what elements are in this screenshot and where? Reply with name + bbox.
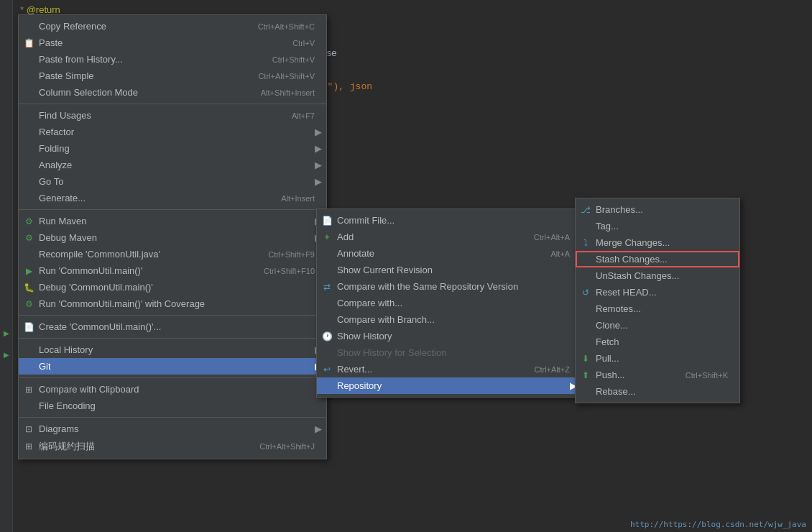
paste-simple-shortcut: Ctrl+Alt+Shift+V <box>244 72 315 81</box>
compare-same-repo-item[interactable]: ⇄ Compare with the Same Repository Versi… <box>317 278 581 295</box>
commit-file-item[interactable]: 📄 Commit File... <box>317 212 581 229</box>
column-selection-label: Column Selection Mode <box>39 87 138 98</box>
column-selection-item[interactable]: Column Selection Mode Alt+Shift+Insert <box>19 84 326 101</box>
separator-4 <box>19 338 326 339</box>
rebase-item[interactable]: Rebase... <box>576 383 739 400</box>
git-item[interactable]: Git ▶ <box>19 358 326 375</box>
gutter-mark-2: ▶ <box>1 329 11 337</box>
run-coverage-item[interactable]: ⚙ Run 'CommonUtil.main()' with Coverage <box>19 295 326 312</box>
code-rules-item[interactable]: ⊞ 编码规约扫描 Ctrl+Alt+Shift+J <box>19 437 326 456</box>
annotate-item[interactable]: Annotate Alt+A <box>317 245 581 262</box>
push-icon: ⬆ <box>580 370 591 381</box>
show-history-item[interactable]: 🕐 Show History <box>317 328 581 344</box>
find-usages-label: Find Usages <box>39 110 91 121</box>
stash-changes-label: Stash Changes... <box>596 254 668 265</box>
run-coverage-label: Run 'CommonUtil.main()' with Coverage <box>39 298 205 309</box>
recompile-item[interactable]: Recompile 'CommonUtil.java' Ctrl+Shift+F… <box>19 246 326 262</box>
compare-clipboard-icon: ⊞ <box>23 384 34 395</box>
separator-2 <box>19 209 326 210</box>
refactor-item[interactable]: Refactor ▶ <box>19 124 326 140</box>
unstash-changes-item[interactable]: UnStash Changes... <box>576 267 739 284</box>
branches-item[interactable]: ⎇ Branches... <box>576 201 739 218</box>
add-icon: + <box>321 231 333 243</box>
goto-item[interactable]: Go To ▶ <box>19 173 326 190</box>
run-item[interactable]: ▶ Run 'CommonUtil.main()' Ctrl+Shift+F10 <box>19 262 326 279</box>
paste-item[interactable]: 📋 Paste Ctrl+V <box>19 35 326 51</box>
push-label: Push... <box>596 370 624 380</box>
debug-maven-item[interactable]: ⚙ Debug Maven ▶ <box>19 229 326 246</box>
pull-icon: ⬇ <box>580 353 591 364</box>
run-label: Run 'CommonUtil.main()' <box>39 265 142 276</box>
paste-icon: 📋 <box>23 37 34 49</box>
tag-label: Tag... <box>596 221 619 231</box>
code-rules-label: 编码规约扫描 <box>39 440 95 453</box>
file-encoding-item[interactable]: File Encoding <box>19 398 326 414</box>
repository-label: Repository <box>337 380 382 391</box>
copy-reference-label: Copy Reference <box>39 21 106 32</box>
revert-label: Revert... <box>337 364 372 375</box>
git-label: Git <box>39 361 51 372</box>
paste-history-shortcut: Ctrl+Shift+V <box>258 55 315 64</box>
primary-context-menu: Copy Reference Ctrl+Alt+Shift+C 📋 Paste … <box>18 14 327 459</box>
revert-shortcut: Ctrl+Alt+Z <box>520 365 570 374</box>
separator-5 <box>19 377 326 378</box>
rebase-label: Rebase... <box>596 386 636 397</box>
clone-item[interactable]: Clone... <box>576 317 739 334</box>
paste-history-label: Paste from History... <box>39 54 123 65</box>
goto-arrow: ▶ <box>315 176 322 187</box>
paste-history-item[interactable]: Paste from History... Ctrl+Shift+V <box>19 51 326 68</box>
compare-branch-label: Compare with Branch... <box>337 314 435 325</box>
add-shortcut: Ctrl+Alt+A <box>520 233 570 242</box>
reset-head-label: Reset HEAD... <box>596 287 657 298</box>
clone-label: Clone... <box>596 320 628 331</box>
show-current-revision-item[interactable]: Show Current Revision <box>317 262 581 278</box>
debug-label: Debug 'CommonUtil.main()' <box>39 282 153 293</box>
analyze-label: Analyze <box>39 160 72 170</box>
gutter-mark-git: ▶ <box>1 351 11 359</box>
compare-clipboard-item[interactable]: ⊞ Compare with Clipboard <box>19 381 326 398</box>
show-history-selection-label: Show History for Selection <box>337 347 446 358</box>
compare-with-item[interactable]: Compare with... <box>317 295 581 311</box>
diagrams-icon: ⊡ <box>23 423 34 435</box>
merge-changes-item[interactable]: ⤵ Merge Changes... <box>576 234 739 251</box>
revert-item[interactable]: ↩ Revert... Ctrl+Alt+Z <box>317 361 581 377</box>
local-history-item[interactable]: Local History ▶ <box>19 341 326 358</box>
show-history-icon: 🕐 <box>321 331 333 342</box>
run-coverage-icon: ⚙ <box>23 298 34 310</box>
debug-icon: 🐛 <box>23 282 34 293</box>
folding-item[interactable]: Folding ▶ <box>19 140 326 157</box>
compare-branch-item[interactable]: Compare with Branch... <box>317 311 581 328</box>
diagrams-item[interactable]: ⊡ Diagrams ▶ <box>19 421 326 437</box>
paste-simple-item[interactable]: Paste Simple Ctrl+Alt+Shift+V <box>19 68 326 84</box>
pull-item[interactable]: ⬇ Pull... <box>576 350 739 367</box>
find-usages-item[interactable]: Find Usages Alt+F7 <box>19 107 326 124</box>
create-item[interactable]: 📄 Create 'CommonUtil.main()'... <box>19 318 326 335</box>
paste-shortcut: Ctrl+V <box>278 39 315 47</box>
repository-item[interactable]: Repository ▶ <box>317 377 581 394</box>
reset-head-item[interactable]: ↺ Reset HEAD... <box>576 284 739 301</box>
stash-changes-item[interactable]: Stash Changes... <box>576 251 739 267</box>
analyze-item[interactable]: Analyze ▶ <box>19 157 326 173</box>
annotate-shortcut: Alt+A <box>536 249 570 258</box>
analyze-arrow: ▶ <box>315 160 322 170</box>
push-shortcut: Ctrl+Shift+K <box>671 371 728 380</box>
folding-label: Folding <box>39 143 70 154</box>
debug-maven-icon: ⚙ <box>23 232 34 244</box>
add-item[interactable]: + Add Ctrl+Alt+A <box>317 229 581 245</box>
generate-item[interactable]: Generate... Alt+Insert <box>19 190 326 206</box>
gutter-arrow-2: ▶ <box>4 329 9 337</box>
push-item[interactable]: ⬆ Push... Ctrl+Shift+K <box>576 367 739 383</box>
debug-item[interactable]: 🐛 Debug 'CommonUtil.main()' <box>19 279 326 295</box>
local-history-label: Local History <box>39 344 93 355</box>
remotes-item[interactable]: Remotes... <box>576 301 739 317</box>
debug-maven-label: Debug Maven <box>39 232 97 243</box>
code-right: le"), json <box>316 79 812 95</box>
show-current-revision-label: Show Current Revision <box>337 265 433 275</box>
generate-label: Generate... <box>39 193 86 203</box>
fetch-item[interactable]: Fetch <box>576 334 739 350</box>
copy-reference-item[interactable]: Copy Reference Ctrl+Alt+Shift+C <box>19 18 326 35</box>
refactor-label: Refactor <box>39 127 74 137</box>
tag-item[interactable]: Tag... <box>576 218 739 234</box>
recompile-label: Recompile 'CommonUtil.java' <box>39 249 160 260</box>
run-maven-item[interactable]: ⚙ Run Maven ▶ <box>19 213 326 229</box>
